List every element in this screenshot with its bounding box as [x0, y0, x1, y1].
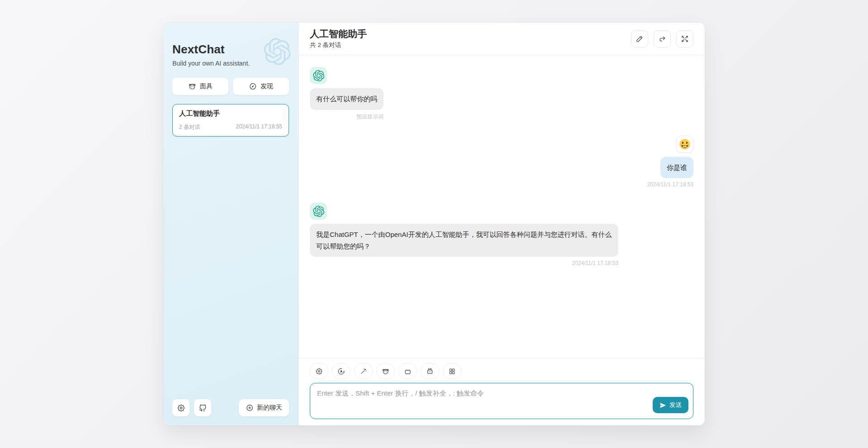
share-icon — [658, 35, 666, 43]
chat-settings-button[interactable] — [310, 363, 328, 379]
chat-item-info: 2 条对话 2024/11/1 17:18:55 — [179, 123, 282, 131]
sidebar-footer: 新的聊天 — [172, 399, 289, 416]
mask-toolbar-button[interactable] — [376, 363, 395, 379]
user-avatar — [676, 136, 693, 153]
chat-input-toolbar — [310, 363, 693, 379]
chat-main: 人工智能助手 共 2 条对话 有什 — [299, 23, 705, 425]
magic-wand-icon — [360, 368, 367, 375]
message-bubble[interactable]: 有什么可以帮你的吗 — [310, 88, 384, 110]
message-list: 有什么可以帮你的吗 预设提示词 你是谁 2024/11/1 17:18:53 — [299, 55, 705, 358]
assistant-avatar — [310, 67, 327, 84]
plugins-button[interactable] — [443, 363, 461, 379]
header-actions — [631, 30, 693, 47]
chat-subtitle: 共 2 条对话 — [310, 41, 367, 49]
masks-button-label: 面具 — [200, 82, 213, 90]
discover-button-label: 发现 — [261, 82, 273, 90]
assistant-avatar — [310, 203, 327, 220]
grinning-face-emoji-icon — [679, 138, 691, 150]
send-button[interactable]: 发送 — [653, 397, 688, 413]
chat-list-item[interactable]: 人工智能助手 2 条对话 2024/11/1 17:18:55 — [172, 104, 289, 137]
maximize-button[interactable] — [676, 30, 693, 47]
masks-button[interactable]: 面具 — [172, 78, 228, 95]
new-chat-button[interactable]: 新的聊天 — [239, 399, 289, 416]
message-timestamp: 2024/11/1 17:18:53 — [647, 181, 693, 188]
discover-icon — [249, 82, 257, 90]
chat-list: 人工智能助手 2 条对话 2024/11/1 17:18:55 — [172, 104, 289, 399]
openai-logo-icon — [313, 70, 324, 81]
input-panel: 发送 — [299, 358, 705, 425]
pencil-icon — [636, 35, 644, 43]
sidebar-actions: 面具 发现 — [172, 78, 289, 95]
chat-item-date: 2024/11/1 17:18:55 — [236, 123, 282, 131]
robot-icon — [426, 368, 434, 375]
app-window: NextChat Build your own AI assistant. 面具… — [163, 23, 705, 425]
message-assistant: 有什么可以帮你的吗 预设提示词 — [310, 67, 693, 121]
chat-header: 人工智能助手 共 2 条对话 — [299, 23, 705, 55]
maximize-icon — [681, 35, 689, 43]
message-assistant: 我是ChatGPT，一个由OpenAI开发的人工智能助手，我可以回答各种问题并与… — [310, 203, 693, 266]
export-button[interactable] — [654, 30, 671, 47]
message-timestamp: 2024/11/1 17:18:53 — [572, 260, 618, 266]
chat-header-text: 人工智能助手 共 2 条对话 — [310, 28, 367, 49]
discover-button[interactable]: 发现 — [233, 78, 289, 95]
openai-logo-watermark — [264, 38, 291, 65]
clear-context-icon — [404, 368, 412, 375]
clear-context-button[interactable] — [398, 363, 417, 379]
send-button-label: 发送 — [669, 401, 682, 409]
chat-input[interactable] — [310, 383, 693, 419]
paper-plane-icon — [659, 402, 666, 409]
settings-gear-icon — [315, 368, 323, 375]
openai-logo-icon — [313, 206, 324, 217]
sidebar: NextChat Build your own AI assistant. 面具… — [163, 23, 299, 425]
model-button[interactable] — [421, 363, 439, 379]
chat-item-count: 2 条对话 — [179, 123, 200, 131]
chat-item-title: 人工智能助手 — [179, 109, 282, 118]
composer: 发送 — [310, 383, 693, 419]
message-bubble[interactable]: 你是谁 — [660, 157, 693, 179]
chat-title[interactable]: 人工智能助手 — [310, 28, 367, 40]
settings-button[interactable] — [172, 399, 190, 416]
rename-button[interactable] — [631, 30, 648, 47]
prompts-button[interactable] — [354, 363, 373, 379]
theme-button[interactable] — [332, 363, 351, 379]
grid-icon — [448, 368, 456, 375]
message-user: 你是谁 2024/11/1 17:18:53 — [310, 136, 693, 188]
auto-theme-icon — [337, 368, 345, 375]
github-button[interactable] — [194, 399, 211, 416]
new-chat-label: 新的聊天 — [257, 404, 282, 412]
plus-circle-icon — [246, 404, 254, 412]
mask-icon — [382, 368, 389, 375]
message-meta: 预设提示词 — [356, 113, 384, 121]
github-icon — [199, 404, 207, 412]
message-bubble[interactable]: 我是ChatGPT，一个由OpenAI开发的人工智能助手，我可以回答各种问题并与… — [310, 224, 618, 257]
settings-gear-icon — [177, 404, 185, 412]
mask-icon — [188, 82, 196, 90]
